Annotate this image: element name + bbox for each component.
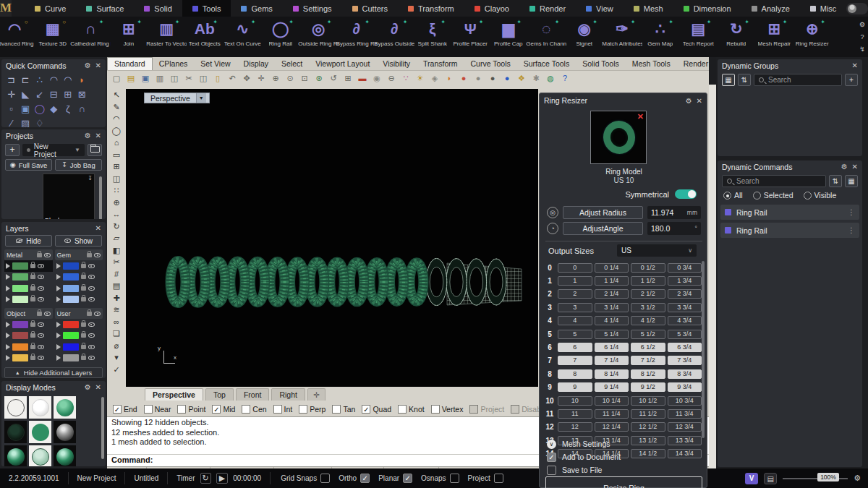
size-button-6-1-2[interactable]: 6 1/2 xyxy=(631,343,665,352)
size-button-0-1-4[interactable]: 0 1/4 xyxy=(595,263,629,273)
filter-all[interactable]: All xyxy=(723,191,743,200)
ghosted-mode[interactable] xyxy=(29,396,51,419)
size-button-0[interactable]: 0 xyxy=(558,263,592,273)
osnap-point[interactable]: Point xyxy=(177,405,205,414)
export-icon[interactable]: ↧ xyxy=(88,175,93,181)
tool-rebuild[interactable]: ✦↻Rebuild xyxy=(718,17,756,57)
color-wheel-icon[interactable]: ● xyxy=(457,72,470,85)
metallic-mode[interactable] xyxy=(54,421,76,443)
zoom-window-icon[interactable]: ⊙ xyxy=(284,72,297,85)
undo-view-icon[interactable]: ↺ xyxy=(327,72,340,85)
move-icon[interactable]: ↔ xyxy=(109,208,124,221)
symmetrical-toggle[interactable] xyxy=(675,189,697,199)
tool-mesh-repair[interactable]: ✦⊞Mesh Repair xyxy=(755,17,793,57)
size-button-12-1-4[interactable]: 12 1/4 xyxy=(595,422,629,432)
dark-mode[interactable] xyxy=(4,421,27,443)
menu-cutters[interactable]: Cutters xyxy=(342,0,398,17)
expand-triangle-icon[interactable] xyxy=(6,355,10,361)
lock-icon[interactable] xyxy=(30,345,35,349)
layer-color-swatch[interactable] xyxy=(12,296,28,303)
size-button-4-1-2[interactable]: 4 1/2 xyxy=(631,316,665,325)
checkbox[interactable] xyxy=(320,474,330,483)
size-button-1-1-4[interactable]: 1 1/4 xyxy=(595,276,629,286)
checkbox[interactable]: ✓ xyxy=(212,405,221,414)
trim-box-icon[interactable]: ⊠ xyxy=(75,87,90,102)
size-button-2[interactable]: 2 xyxy=(558,289,592,299)
tool-match-attributes[interactable]: ✦✑Match Attributes xyxy=(603,17,642,57)
layer-color-swatch[interactable] xyxy=(12,354,28,361)
checkbox[interactable] xyxy=(144,405,153,414)
expand-triangle-icon[interactable] xyxy=(56,344,61,350)
tool-bypass-ring-rail[interactable]: ✦∂Bypass Ring Rail xyxy=(338,17,376,57)
eye-icon[interactable] xyxy=(44,253,51,257)
size-button-8-1-2[interactable]: 8 1/2 xyxy=(631,369,665,379)
close-icon[interactable]: ✕ xyxy=(852,61,858,69)
lock-icon[interactable] xyxy=(81,264,86,268)
gear-icon[interactable]: ⚙ xyxy=(85,383,91,391)
eye-icon[interactable] xyxy=(88,356,95,360)
expand-triangle-icon[interactable] xyxy=(6,344,10,350)
lock-icon[interactable] xyxy=(81,356,86,360)
viewport-tab-top[interactable]: Top xyxy=(205,388,234,401)
size-button-3-3-4[interactable]: 3 3/4 xyxy=(668,303,702,312)
size-button-11-1-2[interactable]: 11 1/2 xyxy=(631,409,665,419)
lock-icon[interactable] xyxy=(81,286,86,291)
redo-icon[interactable]: ⊏ xyxy=(19,73,33,87)
tool-raster-to-vector[interactable]: ✦▥Raster To Vector xyxy=(148,17,186,57)
gear-icon[interactable]: ⚙ xyxy=(854,474,861,483)
menu-surface[interactable]: Surface xyxy=(76,0,134,17)
size-button-10-3-4[interactable]: 10 3/4 xyxy=(668,396,702,406)
add-project-button[interactable]: + xyxy=(5,144,20,156)
size-button-9-1-4[interactable]: 9 1/4 xyxy=(595,382,629,392)
dropdown-icon[interactable]: ▾ xyxy=(109,351,124,364)
world-icon[interactable]: ◍ xyxy=(544,72,557,85)
zoom-slider[interactable]: 100% xyxy=(783,478,848,479)
menu-settings[interactable]: Settings xyxy=(283,0,342,17)
timer-reset-icon[interactable]: ↻ xyxy=(200,473,211,484)
dynamic-command-item[interactable]: Ring Rail⋮ xyxy=(720,223,859,238)
help-icon[interactable]: ? xyxy=(860,33,864,40)
size-button-0-1-2[interactable]: 0 1/2 xyxy=(631,263,665,273)
open-folder-icon[interactable]: ▤ xyxy=(124,72,137,85)
cut-icon[interactable]: ✂ xyxy=(182,72,195,85)
translucent-mode[interactable] xyxy=(29,445,51,466)
add-to-document-checkbox[interactable]: ✓ xyxy=(547,453,556,462)
pan-icon[interactable]: ✥ xyxy=(240,72,253,85)
user-avatar[interactable] xyxy=(846,3,868,14)
eye-icon[interactable] xyxy=(94,253,101,257)
zoom-selected-icon[interactable]: ⊡ xyxy=(298,72,311,85)
eye-icon[interactable] xyxy=(38,345,44,349)
layer-row[interactable] xyxy=(55,272,103,283)
remove-model-icon[interactable]: ✕ xyxy=(637,112,644,121)
ring-icon[interactable]: ◯ xyxy=(33,102,47,116)
ring-model-thumbnail[interactable]: ✕ xyxy=(590,111,647,164)
osnap-knot[interactable]: Knot xyxy=(398,405,425,414)
size-button-10[interactable]: 10 xyxy=(558,396,592,406)
tool-profile-placer[interactable]: ✦ΨProfile Placer xyxy=(451,17,490,57)
menu-tools[interactable]: Tools xyxy=(182,0,231,17)
checkbox[interactable] xyxy=(469,405,478,414)
size-button-8-1-4[interactable]: 8 1/4 xyxy=(595,369,629,379)
toolbar-tab-standard[interactable]: Standard xyxy=(107,57,153,70)
osnap-near[interactable]: Near xyxy=(144,405,171,414)
item-menu-icon[interactable]: ⋮ xyxy=(848,226,855,234)
add-viewport-tab-button[interactable]: ✛ xyxy=(307,388,326,401)
gem-icon[interactable]: ◆ xyxy=(47,102,61,116)
lock-icon[interactable] xyxy=(30,286,35,291)
osnap-mid[interactable]: ✓Mid xyxy=(212,405,235,414)
lock-icon[interactable] xyxy=(81,275,86,279)
size-button-3-1-2[interactable]: 3 1/2 xyxy=(631,303,665,312)
lock-icon[interactable] xyxy=(87,312,92,316)
gems-on-arc-icon[interactable]: ∩ xyxy=(75,102,90,116)
tool-split-shank[interactable]: ✦ξSplit Shank xyxy=(414,17,452,57)
layer-row[interactable] xyxy=(55,341,103,353)
tool-ring-rail[interactable]: ✦◯Ring Rail xyxy=(262,17,300,57)
save-to-file-checkbox[interactable] xyxy=(547,466,556,475)
eye-icon[interactable] xyxy=(88,275,95,279)
undo-icon[interactable]: ↶ xyxy=(226,72,239,85)
size-button-3-1-4[interactable]: 3 1/4 xyxy=(595,303,629,312)
expand-triangle-icon[interactable] xyxy=(56,322,61,328)
close-icon[interactable]: ✕ xyxy=(697,97,702,105)
eye-icon[interactable] xyxy=(88,345,95,349)
layer-color-swatch[interactable] xyxy=(12,273,28,281)
